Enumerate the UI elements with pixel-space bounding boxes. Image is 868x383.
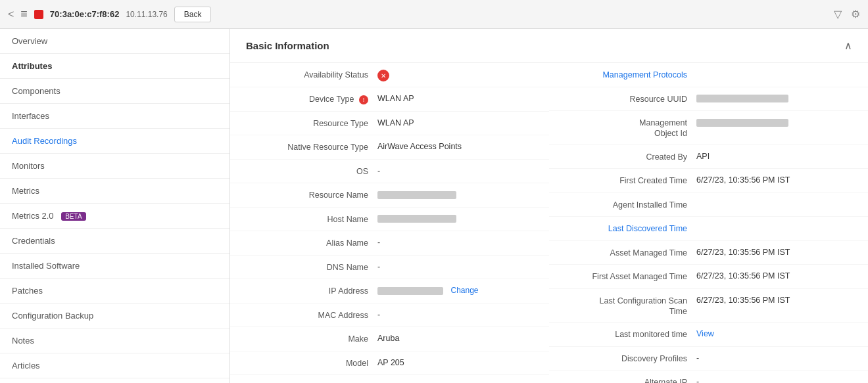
- value-last-config-scan-time: 6/27/23, 10:35:56 PM IST: [696, 294, 852, 305]
- change-ip-link[interactable]: Change: [450, 286, 478, 295]
- blurred-ip-address: [377, 287, 443, 295]
- row-first-created-time: First Created Time 6/27/23, 10:35:56 PM …: [549, 169, 868, 193]
- label-dns-name: DNS Name: [246, 261, 377, 274]
- label-alias-name: Alias Name: [246, 237, 377, 250]
- label-mac-address: MAC Address: [246, 309, 377, 322]
- value-management-protocols: [696, 68, 852, 70]
- row-asset-managed-time: Asset Managed Time 6/27/23, 10:35:56 PM …: [549, 241, 868, 265]
- sidebar-item-metrics[interactable]: Metrics: [0, 179, 229, 204]
- label-asset-managed-time: Asset Managed Time: [565, 246, 696, 259]
- value-alternate-ip: -: [696, 376, 852, 383]
- blurred-host-name: [377, 215, 456, 223]
- row-native-resource-type: Native Resource Type AirWave Access Poin…: [230, 135, 549, 160]
- value-resource-name: [377, 189, 533, 199]
- row-host-name: Host Name: [230, 208, 549, 232]
- main-layout: Overview Attributes Components Interface…: [0, 29, 868, 383]
- label-resource-uuid: Resource UUID: [565, 93, 696, 106]
- sidebar-item-credentials[interactable]: Credentials: [0, 229, 229, 254]
- sidebar-item-monitors[interactable]: Monitors: [0, 154, 229, 179]
- row-mac-address: MAC Address -: [230, 304, 549, 328]
- row-model: Model AP 205: [230, 351, 549, 376]
- info-icon: !: [359, 95, 368, 104]
- sidebar-item-components[interactable]: Components: [0, 79, 229, 104]
- hamburger-icon[interactable]: ≡: [20, 7, 28, 21]
- label-last-discovered-time: Last Discovered Time: [565, 222, 696, 235]
- sidebar-item-notes[interactable]: Notes: [0, 328, 229, 353]
- value-availability-status: [377, 68, 533, 81]
- blurred-management-object-id: [696, 119, 788, 127]
- device-mac-address: 70:3a:0e:c7:f8:62: [50, 9, 120, 19]
- value-asset-managed-time: 6/27/23, 10:35:56 PM IST: [696, 246, 852, 257]
- back-chevron-icon[interactable]: <: [8, 9, 14, 20]
- sidebar-item-overview[interactable]: Overview: [0, 29, 229, 54]
- sidebar-item-configuration-backup[interactable]: Configuration Backup: [0, 304, 229, 328]
- value-resource-type: WLAN AP: [377, 117, 533, 127]
- row-resource-name: Resource Name: [230, 183, 549, 208]
- label-resource-type: Resource Type: [246, 117, 377, 130]
- beta-badge: BETA: [61, 212, 85, 221]
- label-created-by: Created By: [565, 150, 696, 164]
- label-last-monitored-time: Last monitored time: [565, 328, 696, 341]
- label-host-name: Host Name: [246, 213, 377, 226]
- label-agent-installed-time: Agent Installed Time: [565, 198, 696, 212]
- row-ip-address: IP Address Change: [230, 279, 549, 304]
- filter-icon[interactable]: ▽: [834, 8, 842, 20]
- label-first-created-time: First Created Time: [565, 174, 696, 187]
- value-model: AP 205: [377, 357, 533, 367]
- label-native-resource-type: Native Resource Type: [246, 141, 377, 154]
- section-header: Basic Information ∧: [230, 29, 868, 63]
- row-discovery-profiles: Discovery Profiles -: [549, 347, 868, 371]
- sidebar-item-patches[interactable]: Patches: [0, 279, 229, 304]
- row-management-protocols: Management Protocols: [549, 63, 868, 87]
- row-availability-status: Availability Status: [230, 63, 549, 87]
- value-resource-uuid: [696, 93, 852, 103]
- row-agent-installed-time: Agent Installed Time: [549, 193, 868, 217]
- device-status-indicator: [34, 10, 43, 19]
- value-make: Aruba: [377, 332, 533, 343]
- device-ip-address: 10.11.13.76: [126, 10, 167, 19]
- row-alternate-ip: Alternate IP -: [549, 371, 868, 383]
- row-make: Make Aruba: [230, 327, 549, 351]
- label-management-object-id: ManagementObject Id: [565, 116, 696, 139]
- form-grid: Availability Status Device Type ! WLAN A…: [230, 63, 868, 383]
- label-first-asset-managed-time: First Asset Managed Time: [565, 270, 696, 283]
- sidebar-item-installed-software[interactable]: Installed Software: [0, 254, 229, 279]
- value-mac-address: -: [377, 309, 533, 319]
- value-dns-name: -: [377, 261, 533, 271]
- label-last-config-scan-time: Last Configuration ScanTime: [565, 294, 696, 317]
- sidebar-item-attributes[interactable]: Attributes: [0, 54, 229, 79]
- sidebar-item-interfaces[interactable]: Interfaces: [0, 104, 229, 129]
- label-management-protocols: Management Protocols: [565, 68, 696, 81]
- row-description: Description: [230, 375, 549, 383]
- right-column: Management Protocols Resource UUID Manag…: [549, 63, 868, 383]
- blurred-resource-uuid: [696, 95, 788, 102]
- label-model: Model: [246, 357, 377, 370]
- row-device-type: Device Type ! WLAN AP: [230, 87, 549, 112]
- value-native-resource-type: AirWave Access Points: [377, 141, 533, 151]
- label-ip-address: IP Address: [246, 284, 377, 298]
- sidebar-item-metrics-20[interactable]: Metrics 2.0 BETA: [0, 204, 229, 229]
- collapse-icon[interactable]: ∧: [844, 39, 852, 52]
- back-button[interactable]: Back: [174, 7, 212, 22]
- value-management-object-id: [696, 116, 852, 127]
- blurred-resource-name: [377, 191, 456, 199]
- value-ip-address: Change: [377, 284, 533, 295]
- row-last-monitored-time: Last monitored time View: [549, 323, 868, 347]
- row-created-by: Created By API: [549, 145, 868, 169]
- label-device-type: Device Type !: [246, 93, 377, 106]
- value-first-asset-managed-time: 6/27/23, 10:35:56 PM IST: [696, 270, 852, 281]
- value-agent-installed-time: [696, 198, 852, 200]
- settings-icon[interactable]: ⚙: [851, 8, 860, 20]
- sidebar: Overview Attributes Components Interface…: [0, 29, 230, 383]
- label-resource-name: Resource Name: [246, 189, 377, 202]
- value-os: -: [377, 165, 533, 175]
- value-last-monitored-time[interactable]: View: [696, 328, 852, 338]
- value-first-created-time: 6/27/23, 10:35:56 PM IST: [696, 174, 852, 185]
- status-error-icon: [377, 70, 389, 81]
- sidebar-item-audit-recordings[interactable]: Audit Recordings: [0, 129, 229, 154]
- value-device-type: WLAN AP: [377, 93, 533, 103]
- row-last-config-scan-time: Last Configuration ScanTime 6/27/23, 10:…: [549, 289, 868, 323]
- row-management-object-id: ManagementObject Id: [549, 111, 868, 145]
- section-title: Basic Information: [246, 40, 329, 51]
- sidebar-item-articles[interactable]: Articles: [0, 353, 229, 378]
